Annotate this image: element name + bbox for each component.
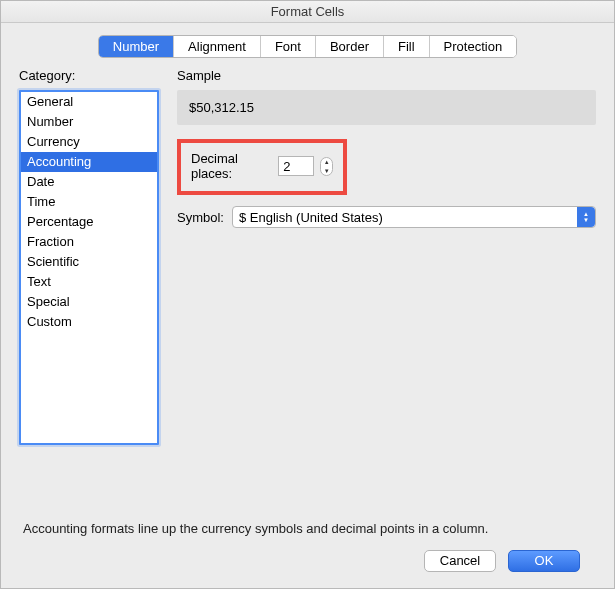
- chevron-down-icon: ▼: [324, 168, 330, 174]
- tab-bar: NumberAlignmentFontBorderFillProtection: [98, 35, 517, 58]
- symbol-select[interactable]: $ English (United States) ▲▼: [232, 206, 596, 228]
- category-item-currency[interactable]: Currency: [21, 132, 157, 152]
- tab-protection[interactable]: Protection: [430, 36, 517, 57]
- chevron-up-icon: ▲: [324, 159, 330, 165]
- category-item-date[interactable]: Date: [21, 172, 157, 192]
- format-cells-dialog: Format Cells NumberAlignmentFontBorderFi…: [0, 0, 615, 589]
- category-label: Category:: [19, 68, 159, 86]
- category-item-custom[interactable]: Custom: [21, 312, 157, 332]
- category-list[interactable]: GeneralNumberCurrencyAccountingDateTimeP…: [19, 90, 159, 445]
- tab-border[interactable]: Border: [316, 36, 384, 57]
- tab-font[interactable]: Font: [261, 36, 316, 57]
- category-item-text[interactable]: Text: [21, 272, 157, 292]
- sample-label: Sample: [177, 68, 596, 86]
- tab-number[interactable]: Number: [99, 36, 174, 57]
- category-item-percentage[interactable]: Percentage: [21, 212, 157, 232]
- decimal-places-label: Decimal places:: [191, 151, 272, 181]
- category-item-time[interactable]: Time: [21, 192, 157, 212]
- category-item-fraction[interactable]: Fraction: [21, 232, 157, 252]
- dialog-title: Format Cells: [1, 1, 614, 23]
- ok-button[interactable]: OK: [508, 550, 580, 572]
- dialog-body: Category: GeneralNumberCurrencyAccountin…: [1, 68, 614, 588]
- category-item-special[interactable]: Special: [21, 292, 157, 312]
- category-description: Accounting formats line up the currency …: [23, 521, 592, 536]
- decimal-places-stepper[interactable]: ▲ ▼: [320, 157, 333, 176]
- sample-value: $50,312.15: [177, 90, 596, 125]
- symbol-value: $ English (United States): [239, 210, 383, 225]
- decimal-places-input[interactable]: [278, 156, 314, 176]
- category-item-accounting[interactable]: Accounting: [21, 152, 157, 172]
- symbol-label: Symbol:: [177, 210, 224, 225]
- tab-alignment[interactable]: Alignment: [174, 36, 261, 57]
- decimal-places-highlight: Decimal places: ▲ ▼: [177, 139, 347, 195]
- tab-fill[interactable]: Fill: [384, 36, 430, 57]
- category-item-scientific[interactable]: Scientific: [21, 252, 157, 272]
- dialog-footer: Cancel OK: [19, 550, 596, 588]
- select-arrows-icon: ▲▼: [577, 207, 595, 227]
- category-item-number[interactable]: Number: [21, 112, 157, 132]
- category-item-general[interactable]: General: [21, 92, 157, 112]
- cancel-button[interactable]: Cancel: [424, 550, 496, 572]
